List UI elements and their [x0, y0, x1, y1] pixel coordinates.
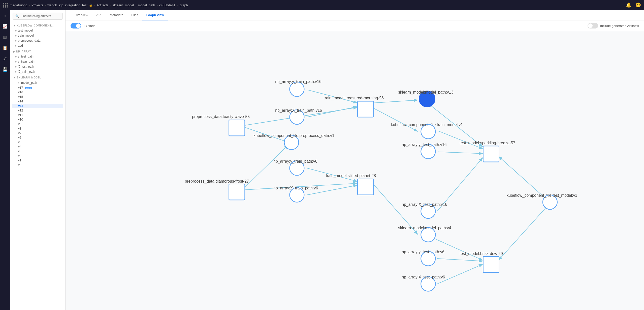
sidebar-item-ytrain[interactable]: ▶ y_train_path [12, 59, 63, 64]
bc-hash[interactable]: c485bda41 [159, 3, 175, 7]
version-v15[interactable]: v15 [12, 95, 63, 99]
bc-modelpath[interactable]: model_path [138, 3, 155, 7]
sidebar-item-train-model[interactable]: ▶ train_model [12, 33, 63, 38]
version-v5[interactable]: v5 [12, 140, 63, 145]
explode-label: Explode [84, 24, 95, 28]
version-v9[interactable]: v9 [12, 122, 63, 126]
include-generated-toggle[interactable] [588, 23, 598, 29]
version-v1[interactable]: v1 [12, 158, 63, 163]
label-train-treasured: train_model:treasured-morning-56 [324, 96, 384, 100]
table-icon[interactable]: ▦ [2, 34, 8, 41]
rect-train-stilted[interactable] [358, 179, 373, 195]
version-v4[interactable]: v4 [12, 145, 63, 149]
label-xtrain-v6: np_array:X_train_path:v6 [273, 186, 318, 190]
tab-bar: Overview API Metadata Files Graph view [66, 10, 644, 20]
sklearn-section-label[interactable]: ▼ SKLEARN_MODEL [12, 74, 63, 80]
tri-icon: ▶ [15, 70, 17, 73]
help-icon[interactable]: 😊 [635, 2, 641, 8]
bell-icon[interactable]: 🔔 [626, 2, 631, 8]
include-generated-bar: Include generated Artifacts [588, 23, 639, 29]
edge-17 [498, 204, 549, 260]
version-v0[interactable]: v0 [12, 163, 63, 167]
label-sklearn-v4: sklearn_model:model_path:v4 [398, 226, 451, 230]
tab-files[interactable]: Files [127, 10, 142, 20]
version-v7[interactable]: v7 [12, 131, 63, 135]
rect-preprocess-toasty[interactable] [229, 120, 245, 136]
graph-container: train_model:treasured-morning-56 preproc… [66, 31, 644, 310]
version-v2[interactable]: v2 [12, 154, 63, 158]
edge-5 [373, 100, 418, 103]
bc-sklearn[interactable]: sklearn_model [113, 3, 134, 7]
brush-icon[interactable]: 🖌 [2, 55, 8, 62]
search-icon: 🔍 [15, 14, 19, 18]
rect-test-brisk[interactable] [483, 257, 499, 272]
version-v11[interactable]: v11 [12, 113, 63, 117]
version-v3[interactable]: v3 [12, 149, 63, 154]
artifacts-icon[interactable]: 💾 [2, 66, 9, 73]
label-kf-test: kubeflow_component_file:test_model:v1 [507, 193, 577, 198]
label-xtrain-v16: np_array:X_train_path:v16 [275, 108, 322, 113]
bc-artifacts[interactable]: Artifacts [96, 3, 108, 7]
graph-area: Explode Include generated Artifacts [66, 20, 644, 310]
chart-icon[interactable]: 📈 [2, 23, 9, 30]
bc-project[interactable]: wandb_kfp_integration_test [47, 3, 87, 7]
tab-api[interactable]: API [92, 10, 106, 20]
tri-icon: ▶ [15, 65, 17, 68]
sidebar-item-xtest[interactable]: ▶ X_test_path [12, 64, 63, 69]
tab-graph[interactable]: Graph view [142, 10, 168, 20]
chevron-right-icon: ▶ [13, 50, 15, 53]
sklearn-section: ▼ SKLEARN_MODEL ▼ model_path v17 latest … [10, 74, 65, 167]
graph-svg: train_model:treasured-morning-56 preproc… [66, 31, 644, 310]
bc-graph[interactable]: graph [180, 3, 188, 7]
label-test-brisk: test_model:brisk-dew-29 [460, 251, 503, 256]
edge-18 [431, 237, 483, 260]
circle-ytrain-v16[interactable] [290, 82, 304, 96]
version-v12[interactable]: v12 [12, 108, 63, 113]
top-navigation: megatruong › Projects › wandb_kfp_integr… [0, 0, 644, 10]
icon-bar: ℹ 📈 ▦ 📋 🖌 💾 [0, 10, 10, 310]
label-kf-train: kubeflow_component_file:train_model:v1 [391, 123, 463, 127]
bc-user[interactable]: megatruong [10, 3, 27, 7]
version-v13[interactable]: v13 [12, 104, 63, 108]
rect-test-sparkling[interactable] [483, 146, 499, 162]
kubeflow-section-label[interactable]: ▼ KUBEFLOW_COMPONENT... [12, 22, 63, 28]
tab-metadata[interactable]: Metadata [106, 10, 127, 20]
explode-toggle[interactable] [71, 23, 81, 29]
np-array-section: ▶ NP_ARRAY ▶ y_test_path ▶ y_train_path … [10, 48, 65, 74]
rect-preprocess-glamorous[interactable] [229, 184, 245, 200]
tri-icon: ▶ [15, 55, 17, 58]
tri-icon: ▶ [15, 60, 17, 63]
sidebar-item-preprocess[interactable]: ▶ preprocess_data [12, 38, 63, 43]
version-v16[interactable]: v16 [12, 90, 63, 95]
search-input[interactable] [21, 14, 60, 18]
version-v14[interactable]: v14 [12, 99, 63, 104]
version-v6[interactable]: v6 [12, 135, 63, 140]
label-xtest-v16: np_array:X_test_path:v16 [402, 202, 447, 207]
label-ytrain-v6: np_array:y_train_path:v6 [273, 159, 317, 164]
sidebar-item-add[interactable]: ▶ add [12, 43, 63, 48]
sidebar-item-ytest[interactable]: ▶ y_test_path [12, 54, 63, 59]
info-icon[interactable]: ℹ [3, 12, 7, 19]
topnav-right: 🔔 😊 [626, 2, 641, 8]
edge-20 [437, 264, 483, 284]
version-v17[interactable]: v17 latest [12, 86, 63, 90]
version-v10[interactable]: v10 [12, 117, 63, 122]
tab-overview[interactable]: Overview [71, 10, 92, 20]
sidebar-item-xtrain[interactable]: ▶ X_train_path [12, 69, 63, 74]
latest-badge: latest [25, 87, 33, 89]
rect-train-treasured[interactable] [358, 101, 373, 117]
chevron-down-icon: ▼ [13, 24, 16, 27]
sidebar-item-test-model[interactable]: ▶ test_model [12, 28, 63, 33]
label-train-stilted: train_model:stilted-planet-28 [326, 174, 376, 178]
label-test-sparkling: test_model:sparkling-breeze-57 [460, 141, 515, 145]
tri-icon: ▼ [17, 82, 19, 84]
search-box[interactable]: 🔍 [13, 13, 63, 20]
model-path-item[interactable]: ▼ model_path [12, 80, 63, 86]
tri-icon: ▶ [15, 29, 17, 32]
tri-icon: ▶ [15, 39, 17, 42]
version-v8[interactable]: v8 [12, 126, 63, 131]
report-icon[interactable]: 📋 [2, 45, 9, 51]
edge-13 [244, 145, 288, 188]
bc-projects[interactable]: Projects [31, 3, 43, 7]
np-array-section-label[interactable]: ▶ NP_ARRAY [12, 48, 63, 54]
